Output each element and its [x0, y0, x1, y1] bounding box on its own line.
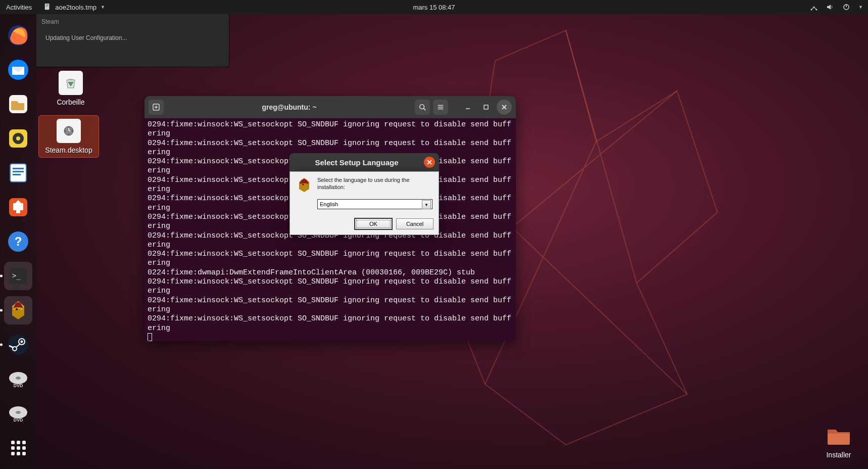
- language-dialog-titlebar[interactable]: Select Setup Language: [290, 153, 439, 171]
- svg-point-52: [302, 183, 304, 185]
- steam-popup-title: Steam: [41, 18, 224, 25]
- chevron-down-icon: ▼: [101, 5, 105, 10]
- folder-icon: [827, 424, 851, 448]
- svg-point-25: [16, 308, 18, 310]
- search-button[interactable]: [415, 100, 430, 115]
- steam-popup-message: Updating User Configuration...: [41, 34, 224, 41]
- clock[interactable]: mars 15 08:47: [413, 4, 455, 11]
- cancel-button[interactable]: Cancel: [396, 218, 433, 229]
- svg-rect-15: [10, 164, 26, 182]
- dialog-close-button[interactable]: [424, 157, 435, 168]
- trash-icon: [59, 71, 83, 95]
- terminal-header[interactable]: greg@ubuntu: ~: [144, 96, 516, 118]
- svg-rect-2: [46, 5, 49, 6]
- top-bar: Activities aoe2tools.tmp ▼ mars 15 08:47…: [0, 0, 868, 14]
- svg-rect-47: [484, 105, 488, 109]
- desktop-trash[interactable]: Corbeille: [40, 71, 101, 106]
- dock-thunderbird[interactable]: [4, 56, 32, 84]
- svg-text:DVD: DVD: [13, 417, 23, 423]
- activities-button[interactable]: Activities: [6, 4, 32, 11]
- network-icon[interactable]: [810, 3, 818, 11]
- dock-help[interactable]: ?: [4, 227, 32, 256]
- language-dialog: Select the language to use during the in…: [290, 171, 439, 235]
- power-icon[interactable]: [842, 3, 850, 11]
- desktop-trash-label: Corbeille: [40, 98, 101, 106]
- svg-point-14: [16, 136, 20, 140]
- svg-rect-1: [46, 4, 49, 5]
- desktop-file-icon: [57, 119, 81, 143]
- spartan-icon: [296, 177, 312, 193]
- dock-dvd2[interactable]: DVD: [4, 399, 32, 428]
- dock-spartan[interactable]: [4, 296, 32, 324]
- hamburger-menu-button[interactable]: [433, 100, 448, 115]
- dock-dvd1[interactable]: DVD: [4, 365, 32, 393]
- svg-point-41: [420, 105, 424, 109]
- svg-text:?: ?: [15, 234, 22, 248]
- svg-rect-19: [13, 174, 21, 175]
- desktop-installer[interactable]: Installer: [818, 424, 859, 459]
- system-menu-chevron-icon[interactable]: ▼: [858, 5, 863, 10]
- svg-rect-18: [13, 171, 24, 172]
- svg-point-34: [16, 411, 21, 414]
- minimize-button[interactable]: [460, 100, 475, 115]
- svg-text:DVD: DVD: [13, 383, 23, 388]
- app-menu[interactable]: aoe2tools.tmp ▼: [44, 3, 105, 12]
- maximize-button[interactable]: [478, 100, 494, 115]
- dock-libreoffice-writer[interactable]: [4, 159, 32, 187]
- svg-line-42: [424, 109, 426, 111]
- svg-point-26: [8, 335, 28, 355]
- svg-rect-3: [46, 6, 48, 7]
- new-tab-button[interactable]: [149, 100, 164, 115]
- dock-terminal[interactable]: >_: [4, 262, 32, 290]
- language-selected-value: English: [320, 201, 338, 207]
- dock-files[interactable]: [4, 90, 32, 118]
- dock-software[interactable]: [4, 193, 32, 221]
- language-select[interactable]: English: [317, 199, 432, 209]
- volume-icon[interactable]: [826, 3, 834, 11]
- text-editor-icon: [44, 3, 51, 12]
- language-prompt: Select the language to use during the in…: [317, 177, 432, 191]
- close-button[interactable]: [497, 100, 512, 115]
- desktop-installer-label: Installer: [818, 451, 859, 459]
- desktop-steam-label: Steam.desktop: [41, 146, 97, 154]
- dock-firefox[interactable]: [4, 21, 32, 50]
- app-menu-label: aoe2tools.tmp: [55, 4, 97, 11]
- dock: ? >_ DVD DVD: [0, 14, 36, 469]
- svg-rect-17: [13, 168, 24, 169]
- steam-update-popup: Steam Updating User Configuration...: [36, 14, 229, 67]
- language-dialog-title: Select Setup Language: [290, 158, 424, 167]
- dock-steam[interactable]: [4, 331, 32, 359]
- terminal-title: greg@ubuntu: ~: [167, 103, 412, 111]
- show-applications[interactable]: [4, 434, 32, 462]
- ok-button[interactable]: OK: [355, 218, 392, 229]
- svg-text:>_: >_: [12, 271, 21, 280]
- dock-rhythmbox[interactable]: [4, 124, 32, 153]
- svg-point-28: [21, 341, 23, 343]
- svg-point-31: [16, 377, 21, 380]
- desktop-steam-shortcut[interactable]: Steam.desktop: [38, 115, 99, 158]
